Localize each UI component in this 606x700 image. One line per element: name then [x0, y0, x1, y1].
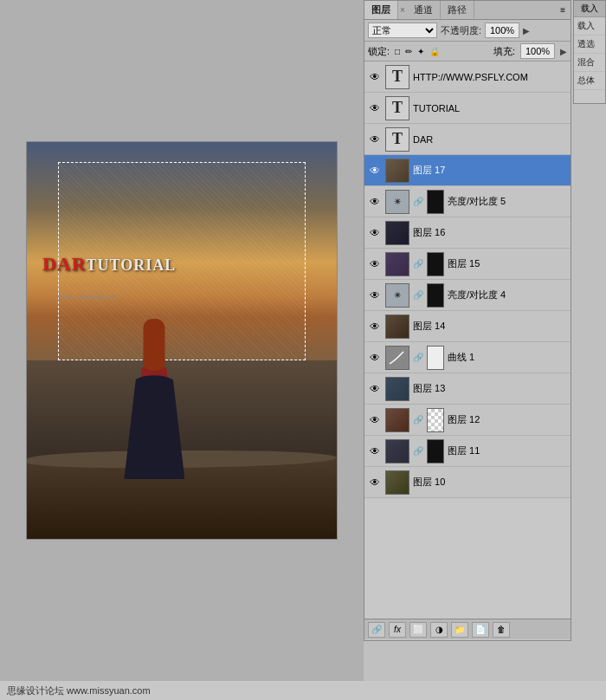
- link-layers-btn[interactable]: 🔗: [368, 622, 385, 638]
- layer-chain-15: 🔗: [413, 259, 423, 269]
- layers-list: 👁 T HTTP://WWW.PSFLY.COM 👁 T TUTORIAL 👁 …: [364, 62, 571, 619]
- layer-row-dar[interactable]: 👁 T DAR: [364, 124, 571, 155]
- layers-menu-icon[interactable]: ≡: [555, 3, 571, 17]
- opacity-arrow[interactable]: ▶: [523, 26, 530, 36]
- canvas-figure: [119, 340, 189, 479]
- layer-mask-bc4: [427, 283, 444, 308]
- layers-controls: 正常 不透明度: ▶: [364, 20, 571, 42]
- layer-eye-bc4[interactable]: 👁: [368, 288, 382, 302]
- layer-chain-bc5: 🔗: [413, 197, 423, 206]
- layer-name-http: HTTP://WWW.PSFLY.COM: [413, 72, 567, 82]
- layer-name-13: 图层 13: [413, 382, 567, 395]
- blend-mode-select[interactable]: 正常: [368, 23, 437, 38]
- canvas-sky: [27, 142, 337, 360]
- layer-row-13[interactable]: 👁 图层 13: [364, 373, 571, 405]
- layer-mask-bc5: [427, 190, 444, 214]
- layer-name-dar: DAR: [413, 134, 567, 145]
- tab-layers[interactable]: 图层: [364, 1, 398, 19]
- layer-eye-17[interactable]: 👁: [368, 164, 382, 178]
- delete-layer-btn[interactable]: 🗑: [493, 622, 510, 638]
- layer-name-14: 图层 14: [413, 320, 567, 333]
- layers-tabs: 图层 × 通道 路径 ≡: [364, 1, 571, 20]
- float-mini-panel: 载入 载入 透选 混合 总体: [573, 0, 606, 104]
- layer-name-bc4: 亮度/对比度 4: [448, 288, 567, 301]
- mini-panel-item-3[interactable]: 混合: [574, 54, 605, 72]
- layer-row-15[interactable]: 👁 🔗 图层 15: [364, 249, 571, 280]
- layer-row-bc5[interactable]: 👁 ☀ 🔗 亮度/对比度 5: [364, 186, 571, 217]
- layer-eye-tutorial[interactable]: 👁: [368, 101, 382, 115]
- float-panel-title[interactable]: 载入: [574, 1, 605, 17]
- figure-hair: [144, 319, 165, 371]
- opacity-label: 不透明度:: [441, 24, 481, 37]
- layer-eye-bc5[interactable]: 👁: [368, 195, 382, 209]
- lock-icon-3[interactable]: ✦: [417, 47, 424, 56]
- tab-sep-1: ×: [398, 5, 407, 15]
- layer-name-tutorial: TUTORIAL: [413, 103, 567, 113]
- layer-name-15: 图层 15: [448, 257, 567, 270]
- layer-row-17[interactable]: 👁 图层 17: [364, 155, 571, 186]
- tab-paths[interactable]: 路径: [441, 1, 474, 19]
- layer-row-http[interactable]: 👁 T HTTP://WWW.PSFLY.COM: [364, 62, 571, 93]
- fill-input[interactable]: [520, 43, 555, 59]
- fill-label: 填充:: [493, 45, 515, 58]
- lock-label: 锁定:: [368, 45, 390, 58]
- layer-thumb-10: [385, 470, 409, 495]
- layer-eye-dar[interactable]: 👁: [368, 133, 382, 146]
- group-btn[interactable]: 📁: [451, 622, 468, 638]
- layer-eye-16[interactable]: 👁: [368, 226, 382, 240]
- layer-name-16: 图层 16: [413, 226, 567, 239]
- layer-row-14[interactable]: 👁 图层 14: [364, 311, 571, 342]
- layer-row-bc4[interactable]: 👁 ☀ 🔗 亮度/对比度 4: [364, 280, 571, 311]
- layer-row-tutorial[interactable]: 👁 T TUTORIAL: [364, 93, 571, 124]
- layer-eye-14[interactable]: 👁: [368, 320, 382, 334]
- layer-thumb-16: [385, 221, 409, 245]
- layer-eye-http[interactable]: 👁: [368, 70, 382, 84]
- lock-icon-1[interactable]: □: [395, 47, 400, 56]
- layer-thumb-bc4: ☀: [385, 283, 409, 308]
- lock-icon-2[interactable]: ✏: [405, 47, 412, 56]
- layer-name-curves1: 曲线 1: [448, 351, 567, 364]
- layer-mask-12: [427, 408, 444, 432]
- layer-mask-curves1: [427, 346, 444, 370]
- layer-row-16[interactable]: 👁 图层 16: [364, 217, 571, 249]
- fill-arrow[interactable]: ▶: [560, 47, 567, 56]
- layer-chain-bc4: 🔗: [413, 290, 423, 300]
- layer-chain-11: 🔗: [413, 446, 423, 456]
- mini-panel-item-1[interactable]: 载入: [574, 17, 605, 36]
- layers-toolbar: 🔗 fx ⬜ ◑ 📁 📄 🗑: [364, 619, 571, 639]
- layers-lock-row: 锁定: □ ✏ ✦ 🔒 填充: ▶: [364, 42, 571, 62]
- adjustment-btn[interactable]: ◑: [430, 622, 448, 638]
- layer-thumb-11: [385, 439, 409, 463]
- dar-text: DAR: [42, 253, 87, 275]
- layer-eye-15[interactable]: 👁: [368, 257, 382, 271]
- bottom-bar-text: 思缘设计论坛 www.missyuan.com: [7, 684, 151, 697]
- layer-name-10: 图层 10: [413, 476, 567, 489]
- layer-chain-12: 🔗: [413, 415, 423, 425]
- tab-channels[interactable]: 通道: [407, 1, 441, 19]
- layer-eye-13[interactable]: 👁: [368, 382, 382, 396]
- layer-row-11[interactable]: 👁 🔗 图层 11: [364, 436, 571, 467]
- layer-row-10[interactable]: 👁 图层 10: [364, 467, 571, 498]
- tutorial-text: TUTORIAL: [87, 256, 177, 274]
- layer-eye-curves1[interactable]: 👁: [368, 351, 382, 365]
- layer-thumb-dar: T: [385, 127, 409, 152]
- fx-btn[interactable]: fx: [389, 622, 406, 638]
- layer-mask-15: [427, 252, 444, 276]
- layer-eye-11[interactable]: 👁: [368, 444, 382, 458]
- figure-dress: [124, 375, 184, 479]
- layer-row-curves1[interactable]: 👁 🔗 曲线 1: [364, 342, 571, 373]
- layer-eye-12[interactable]: 👁: [368, 413, 382, 427]
- layer-eye-10[interactable]: 👁: [368, 476, 382, 489]
- opacity-input[interactable]: [485, 23, 519, 38]
- canvas-text-overlay: DARTUTORIAL: [42, 253, 176, 275]
- new-layer-btn[interactable]: 📄: [472, 622, 489, 638]
- mini-panel-item-2[interactable]: 透选: [574, 36, 605, 54]
- layer-row-12[interactable]: 👁 🔗 图层 12: [364, 405, 571, 436]
- layer-thumb-http: T: [385, 65, 409, 89]
- layer-name-bc5: 亮度/对比度 5: [448, 195, 567, 208]
- layer-thumb-14: [385, 314, 409, 339]
- mini-panel-item-4[interactable]: 总体: [574, 72, 605, 90]
- mask-btn[interactable]: ⬜: [409, 622, 427, 638]
- lock-icon-4[interactable]: 🔒: [429, 47, 440, 56]
- layer-thumb-15: [385, 252, 409, 276]
